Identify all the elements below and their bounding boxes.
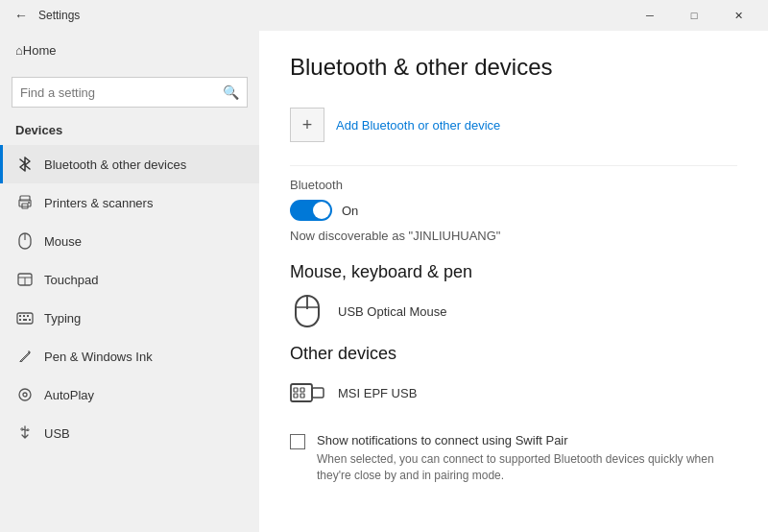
usb-device-icon xyxy=(290,375,324,410)
title-bar: ← Settings ─ □ ✕ xyxy=(0,0,768,31)
sidebar-item-home[interactable]: ⌂ Home xyxy=(0,31,259,69)
mouse-icon xyxy=(15,231,35,251)
mouse-device-icon xyxy=(290,294,324,328)
usb-label: USB xyxy=(44,426,70,441)
svg-rect-29 xyxy=(294,394,298,398)
minimize-button[interactable]: ─ xyxy=(628,0,672,31)
home-label: Home xyxy=(23,43,57,58)
svg-rect-13 xyxy=(19,319,21,321)
mouse-device-item: USB Optical Mouse xyxy=(290,294,737,328)
discoverable-text: Now discoverable as "JINLIUHUANG" xyxy=(290,229,737,243)
sidebar-item-bluetooth[interactable]: Bluetooth & other devices xyxy=(0,145,259,183)
search-input[interactable] xyxy=(20,85,223,100)
mouse-label: Mouse xyxy=(44,234,82,249)
add-device-label: Add Bluetooth or other device xyxy=(336,118,500,133)
devices-section-label: Devices xyxy=(0,119,259,145)
svg-rect-11 xyxy=(23,315,25,317)
svg-rect-30 xyxy=(300,394,304,398)
add-device-button[interactable]: + Add Bluetooth or other device xyxy=(290,100,737,150)
sidebar-item-pen[interactable]: Pen & Windows Ink xyxy=(0,337,259,375)
mouse-device-name: USB Optical Mouse xyxy=(338,304,446,319)
autoplay-label: AutoPlay xyxy=(44,388,94,402)
pen-icon xyxy=(15,347,35,366)
svg-point-3 xyxy=(28,202,30,204)
touchpad-label: Touchpad xyxy=(44,273,98,287)
sidebar-item-usb[interactable]: USB xyxy=(0,414,259,452)
svg-rect-28 xyxy=(300,388,304,392)
bluetooth-toggle[interactable] xyxy=(290,200,332,221)
back-button[interactable]: ← xyxy=(8,2,35,29)
toggle-knob xyxy=(313,202,330,219)
bluetooth-section-label: Bluetooth xyxy=(290,178,737,192)
printer-icon xyxy=(15,193,35,212)
bluetooth-toggle-row: On xyxy=(290,200,737,221)
swift-pair-label: Show notifications to connect using Swif… xyxy=(317,433,737,447)
add-icon: + xyxy=(290,108,324,142)
sidebar-item-autoplay[interactable]: AutoPlay xyxy=(0,375,259,414)
other-devices-section-heading: Other devices xyxy=(290,344,737,364)
svg-rect-27 xyxy=(294,388,298,392)
sidebar-item-typing[interactable]: Typing xyxy=(0,299,259,337)
swift-pair-checkbox[interactable] xyxy=(290,434,305,449)
svg-rect-12 xyxy=(27,315,29,317)
swift-pair-text: Show notifications to connect using Swif… xyxy=(317,433,737,484)
other-device-item: MSI EPF USB xyxy=(290,375,737,410)
sidebar-item-mouse[interactable]: Mouse xyxy=(0,222,259,260)
touchpad-icon xyxy=(15,270,35,289)
svg-rect-26 xyxy=(312,388,324,398)
printers-label: Printers & scanners xyxy=(44,196,153,210)
divider-1 xyxy=(290,165,737,166)
search-icon: 🔍 xyxy=(223,85,239,100)
pen-label: Pen & Windows Ink xyxy=(44,350,153,364)
bluetooth-label: Bluetooth & other devices xyxy=(44,157,186,172)
svg-rect-10 xyxy=(19,315,21,317)
swift-pair-section: Show notifications to connect using Swif… xyxy=(290,425,737,484)
search-box: 🔍 xyxy=(12,77,248,108)
bluetooth-toggle-label: On xyxy=(342,204,358,218)
close-button[interactable]: ✕ xyxy=(716,0,760,31)
autoplay-icon xyxy=(15,385,35,404)
window-controls: ─ □ ✕ xyxy=(628,0,760,31)
sidebar-item-touchpad[interactable]: Touchpad xyxy=(0,260,259,299)
bluetooth-icon xyxy=(15,155,35,174)
typing-label: Typing xyxy=(44,311,81,326)
usb-icon xyxy=(15,423,35,443)
svg-point-16 xyxy=(19,389,31,400)
svg-rect-14 xyxy=(23,319,27,321)
sidebar-item-printers[interactable]: Printers & scanners xyxy=(0,183,259,222)
svg-point-17 xyxy=(23,393,27,397)
svg-rect-15 xyxy=(29,319,31,321)
main-container: ⌂ Home 🔍 Devices Bluetooth & other devic… xyxy=(0,31,768,532)
page-title: Bluetooth & other devices xyxy=(290,54,737,81)
keyboard-icon xyxy=(15,308,35,327)
content-area: Bluetooth & other devices + Add Bluetoot… xyxy=(259,31,768,532)
mouse-keyboard-section-heading: Mouse, keyboard & pen xyxy=(290,262,737,282)
svg-rect-25 xyxy=(291,384,312,401)
svg-rect-9 xyxy=(17,313,33,324)
sidebar: ⌂ Home 🔍 Devices Bluetooth & other devic… xyxy=(0,31,259,532)
other-device-name: MSI EPF USB xyxy=(338,386,417,400)
home-icon: ⌂ xyxy=(15,43,23,58)
window-title: Settings xyxy=(38,9,628,22)
swift-pair-desc: When selected, you can connect to suppor… xyxy=(317,451,737,484)
maximize-button[interactable]: □ xyxy=(672,0,716,31)
